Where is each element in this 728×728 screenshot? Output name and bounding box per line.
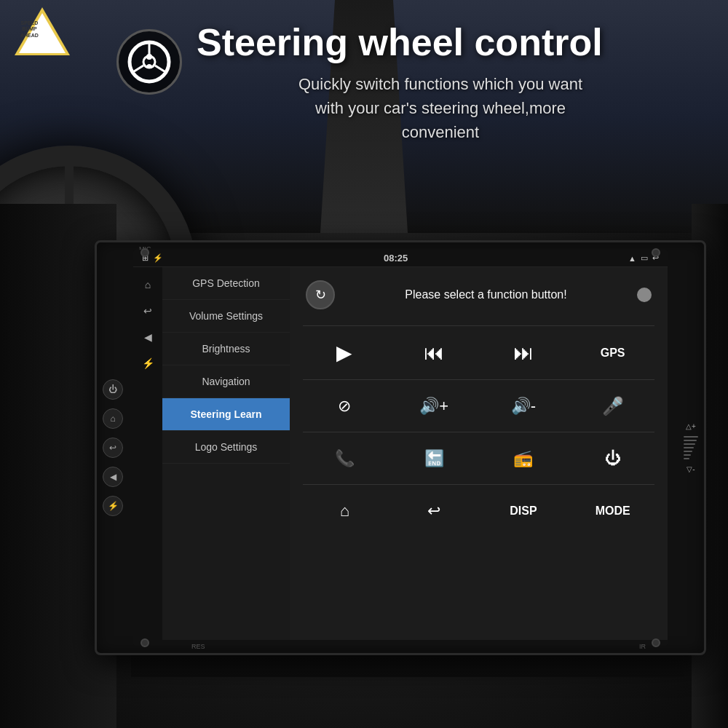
vol-line (684, 447, 694, 448)
device-bezel: MIC ⏻ ⌂ ↩ ◀ ⚡ △+ (95, 240, 706, 655)
vol-line (684, 451, 692, 452)
status-bar: ⊞ ⚡ 08:25 ▲ ▭ ↩ (133, 250, 668, 267)
prev-button[interactable]: ◀ (103, 467, 123, 487)
sidebar-icon-prev[interactable]: ◀ (138, 327, 158, 347)
vol-line (684, 443, 695, 445)
expand-icon: ▲ (628, 254, 636, 263)
screw-br (652, 638, 660, 647)
radio-button[interactable]: 📻 (482, 438, 566, 478)
main-content: ↻ Please select a function button! ▶ ⏮ ⏭… (290, 267, 668, 640)
left-menu: GPS Detection Volume Settings Brightness… (162, 267, 290, 640)
undo-button[interactable]: ↩ (392, 491, 476, 531)
play-button[interactable]: ▶ (303, 332, 387, 373)
screw-bl (141, 638, 149, 647)
ir-label: IR (639, 643, 646, 650)
svg-point-5 (146, 54, 152, 60)
prev-track-button[interactable]: ⏮ (392, 332, 476, 373)
menu-item-navigation[interactable]: Navigation (162, 365, 290, 398)
refresh-icon: ↻ (315, 287, 326, 303)
page-subtitle: Quickly switch functions which you want … (197, 72, 684, 144)
header-text-block: Steering wheel control Quickly switch fu… (197, 22, 684, 144)
vol-line (684, 436, 698, 438)
sidebar-icon-home[interactable]: ⌂ (138, 274, 158, 295)
mode-button[interactable]: MODE (571, 491, 654, 531)
vol-lines-top (684, 436, 698, 459)
svg-line-4 (155, 66, 167, 73)
microphone-button[interactable]: 🎤 (571, 386, 654, 426)
vol-down-button[interactable]: 🔊- (482, 386, 566, 426)
bluetooth-icon: ⚡ (153, 253, 163, 263)
disp-button[interactable]: DISP (482, 491, 566, 531)
left-side-controls: ⏻ ⌂ ↩ ◀ ⚡ (103, 379, 123, 516)
screw-tl (141, 248, 149, 257)
sidebar-icon-bluetooth[interactable]: ⚡ (138, 353, 158, 373)
screw-tr (652, 248, 660, 257)
menu-item-logo[interactable]: Logo Settings (162, 431, 290, 464)
bottom-strip (133, 640, 668, 646)
bluetooth-button[interactable]: ⚡ (103, 496, 123, 516)
steering-svg (127, 40, 171, 84)
vol-line (684, 458, 689, 459)
vol-up-label: △+ (686, 422, 696, 430)
menu-item-gps[interactable]: GPS Detection (162, 267, 290, 300)
header-area: Steering wheel control Quickly switch fu… (0, 0, 728, 233)
steering-wheel-icon (116, 29, 182, 95)
right-side-controls: △+ ▽- (684, 422, 698, 473)
phone-end-button[interactable]: 🔚 (392, 438, 476, 478)
divider-3 (303, 432, 654, 432)
window-icon: ▭ (641, 253, 648, 263)
indicator-dot (637, 288, 652, 302)
page-title: Steering wheel control (197, 22, 684, 63)
divider-2 (303, 379, 654, 380)
phone-call-button[interactable]: 📞 (303, 438, 387, 478)
res-label: RES (191, 643, 205, 650)
vol-line (684, 440, 697, 441)
vol-up-button[interactable]: 🔊+ (392, 386, 476, 426)
vol-line (684, 454, 691, 456)
menu-item-brightness[interactable]: Brightness (162, 333, 290, 365)
divider-4 (303, 484, 654, 485)
gps-button[interactable]: GPS (571, 332, 654, 373)
svg-line-3 (132, 66, 143, 73)
mute-button[interactable]: ⊘ (303, 386, 387, 426)
sidebar-icons: ⌂ ↩ ◀ ⚡ (133, 267, 162, 640)
refresh-button[interactable]: ↻ (306, 280, 335, 309)
menu-item-steering-learn[interactable]: Steering Learn (162, 398, 290, 431)
menu-item-volume[interactable]: Volume Settings (162, 300, 290, 333)
screen-content: ⌂ ↩ ◀ ⚡ GPS Detection Volume Settings Br… (133, 267, 668, 640)
vol-down-label: ▽- (687, 465, 695, 473)
power-off-button[interactable]: ⏻ (571, 438, 654, 478)
sidebar-icon-back[interactable]: ↩ (138, 301, 158, 321)
function-grid-row1: ▶ ⏮ ⏭ GPS (297, 329, 660, 376)
status-time: 08:25 (384, 253, 408, 264)
function-grid-row2: ⊘ 🔊+ 🔊- 🎤 (297, 383, 660, 429)
background-scene: SPEED BUMP AHEAD Steering wheel c (0, 0, 728, 728)
car-head-unit: MIC ⏻ ⌂ ↩ ◀ ⚡ △+ (95, 240, 706, 655)
function-select-message: Please select a function button! (335, 288, 637, 301)
screen: ⊞ ⚡ 08:25 ▲ ▭ ↩ ⌂ ↩ (133, 250, 668, 646)
content-header: ↻ Please select a function button! (297, 274, 660, 315)
divider-1 (303, 325, 654, 326)
home-button[interactable]: ⌂ (103, 408, 123, 429)
function-grid-row4: ⌂ ↩ DISP MODE (297, 488, 660, 534)
next-track-button[interactable]: ⏭ (482, 332, 566, 373)
back-button[interactable]: ↩ (103, 438, 123, 458)
home-func-button[interactable]: ⌂ (303, 491, 387, 531)
power-button[interactable]: ⏻ (103, 379, 123, 400)
function-grid-row3: 📞 🔚 📻 ⏻ (297, 435, 660, 481)
